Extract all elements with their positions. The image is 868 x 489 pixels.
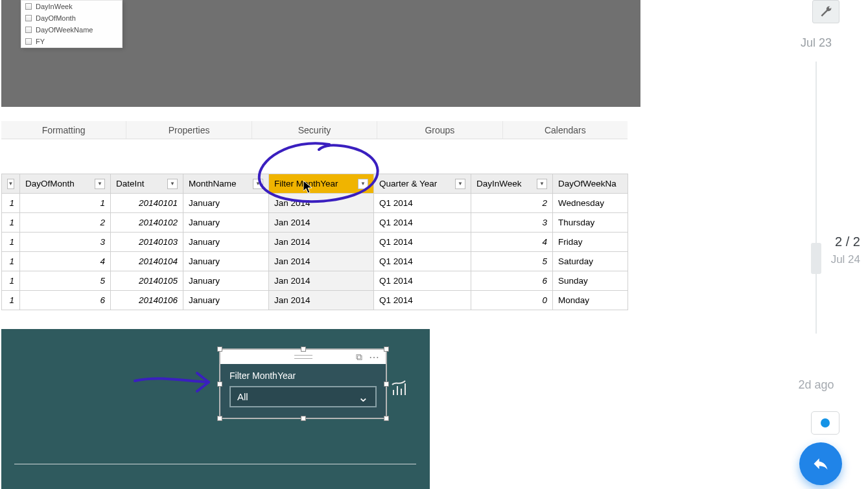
cell-rownum: 1 <box>2 291 20 310</box>
chevron-down-icon: ⌄ <box>358 394 369 400</box>
tabular-editor-screenshot: Formatting Properties Security Groups Ca… <box>1 121 628 310</box>
filter-icon[interactable]: ▼ <box>7 179 14 189</box>
cell-dateint: 20140106 <box>111 291 183 310</box>
back-button[interactable] <box>811 411 839 435</box>
cell-dayofmonth: 6 <box>20 291 111 310</box>
cell-rownum: 1 <box>2 252 20 271</box>
filter-icon[interactable]: ▼ <box>455 179 465 189</box>
cell-dayofmonth: 2 <box>20 213 111 233</box>
column-header-dayofmonth[interactable]: DayOfMonth▼ <box>20 174 111 194</box>
cell-filtermonthyear: Jan 2014 <box>269 252 374 271</box>
table-row[interactable]: 1120140101JanuaryJan 2014Q1 20142Wednesd… <box>2 194 628 213</box>
field-item[interactable]: DayOfWeekName <box>21 24 122 36</box>
wrench-icon <box>819 5 832 18</box>
cell-dayofmonth: 1 <box>20 194 111 213</box>
cell-rownum: 1 <box>2 233 20 252</box>
column-icon <box>25 27 32 33</box>
filter-icon[interactable]: ▼ <box>167 179 178 189</box>
filter-icon[interactable]: ▼ <box>537 179 547 189</box>
cell-dayofweekname: Sunday <box>553 271 628 291</box>
ribbon-tab-formatting[interactable]: Formatting <box>1 121 126 139</box>
more-options-icon[interactable]: ⋯ <box>369 351 381 363</box>
field-item[interactable]: FY <box>21 36 122 47</box>
cell-dayinweek: 6 <box>471 271 553 291</box>
cell-monthname: January <box>183 233 269 252</box>
cell-rownum: 1 <box>2 213 20 233</box>
ribbon-tab-calendars[interactable]: Calendars <box>503 121 628 139</box>
resize-handle[interactable] <box>301 347 306 352</box>
filter-icon[interactable]: ▼ <box>95 179 105 189</box>
topic-timeline-sidebar: Jul 23 2 / 2 Jul 24 2d ago <box>670 0 868 489</box>
resize-handle[interactable] <box>217 381 222 387</box>
slicer-visual[interactable]: ⧉ ⋯ Filter MonthYear All ⌄ <box>219 348 387 419</box>
table-row[interactable]: 1520140105JanuaryJan 2014Q1 20146Sunday <box>2 271 628 291</box>
column-header-filtermonthyear[interactable]: Filter MonthYear▼ <box>269 174 374 194</box>
table-row[interactable]: 1420140104JanuaryJan 2014Q1 20145Saturda… <box>2 252 628 271</box>
slicer-dropdown[interactable]: All ⌄ <box>229 386 377 407</box>
column-header-rownum[interactable]: ▼ <box>2 174 20 194</box>
cell-dayofweekname: Friday <box>553 233 628 252</box>
resize-handle[interactable] <box>217 347 222 352</box>
cell-quarteryear: Q1 2014 <box>374 252 471 271</box>
timeline-scroller[interactable]: Jul 23 <box>777 36 855 334</box>
field-label: DayInWeek <box>36 3 73 10</box>
cell-dayofmonth: 3 <box>20 233 111 252</box>
table-row[interactable]: 1320140103JanuaryJan 2014Q1 20144Friday <box>2 233 628 252</box>
post-count: 2 / 2 <box>831 234 860 249</box>
ribbon-tab-properties[interactable]: Properties <box>126 121 252 139</box>
timeline-position: 2 / 2 Jul 24 <box>831 234 860 266</box>
resize-handle[interactable] <box>301 416 306 421</box>
cell-quarteryear: Q1 2014 <box>374 194 471 213</box>
post-content: DayInWeek DayOfMonth DayOfWeekName FY Fo… <box>0 0 670 489</box>
cell-monthname: January <box>183 271 269 291</box>
timeline-end-label[interactable]: 2d ago <box>777 378 855 392</box>
column-icon <box>25 3 32 10</box>
resize-handle[interactable] <box>384 416 389 421</box>
table-row[interactable]: 1620140106JanuaryJan 2014Q1 20140Monday <box>2 291 628 310</box>
filter-icon[interactable]: ▼ <box>358 179 368 189</box>
focus-mode-icon[interactable]: ⧉ <box>356 352 362 363</box>
field-item[interactable]: DayInWeek <box>21 1 122 12</box>
cell-dateint: 20140101 <box>111 194 183 213</box>
column-icon <box>25 15 32 21</box>
timeline-track[interactable] <box>815 62 817 334</box>
reply-button[interactable] <box>799 442 842 485</box>
filter-icon[interactable]: ▼ <box>253 179 263 189</box>
field-list-panel: DayInWeek DayOfMonth DayOfWeekName FY <box>21 0 123 48</box>
cell-dayofmonth: 5 <box>20 271 111 291</box>
timeline-start-date[interactable]: Jul 23 <box>777 36 855 50</box>
slicer-value: All <box>237 391 248 402</box>
slicer-title: Filter MonthYear <box>229 370 377 381</box>
resize-handle[interactable] <box>384 347 389 352</box>
table-row[interactable]: 1220140102JanuaryJan 2014Q1 20143Thursda… <box>2 213 628 233</box>
data-preview-table: ▼ DayOfMonth▼ DateInt▼ MonthName▼ Filter… <box>1 174 628 310</box>
column-header-monthname[interactable]: MonthName▼ <box>183 174 269 194</box>
cell-monthname: January <box>183 194 269 213</box>
resize-handle[interactable] <box>384 381 389 387</box>
cell-filtermonthyear: Jan 2014 <box>269 194 374 213</box>
cell-dayofweekname: Saturday <box>553 252 628 271</box>
cell-filtermonthyear: Jan 2014 <box>269 291 374 310</box>
edit-post-button[interactable] <box>812 0 839 23</box>
field-item[interactable]: DayOfMonth <box>21 12 122 24</box>
ribbon-tab-security[interactable]: Security <box>252 121 377 139</box>
cell-monthname: January <box>183 291 269 310</box>
post-date: Jul 24 <box>831 253 860 266</box>
analytics-icon[interactable] <box>391 380 409 400</box>
cell-quarteryear: Q1 2014 <box>374 233 471 252</box>
resize-handle[interactable] <box>217 416 222 421</box>
cell-dayinweek: 0 <box>471 291 553 310</box>
field-label: FY <box>36 38 45 45</box>
column-header-dayinweek[interactable]: DayInWeek▼ <box>471 174 553 194</box>
timeline-handle[interactable] <box>811 243 821 274</box>
ribbon-tab-groups[interactable]: Groups <box>377 121 502 139</box>
column-header-dayofweekname[interactable]: DayOfWeekNa <box>553 174 628 194</box>
drag-grip-icon[interactable] <box>294 355 312 359</box>
reply-icon <box>812 455 830 473</box>
cell-dateint: 20140103 <box>111 233 183 252</box>
column-header-dateint[interactable]: DateInt▼ <box>111 174 183 194</box>
column-header-quarteryear[interactable]: Quarter & Year▼ <box>374 174 471 194</box>
ribbon-tabs: Formatting Properties Security Groups Ca… <box>1 121 628 139</box>
cell-dateint: 20140105 <box>111 271 183 291</box>
cell-filtermonthyear: Jan 2014 <box>269 271 374 291</box>
